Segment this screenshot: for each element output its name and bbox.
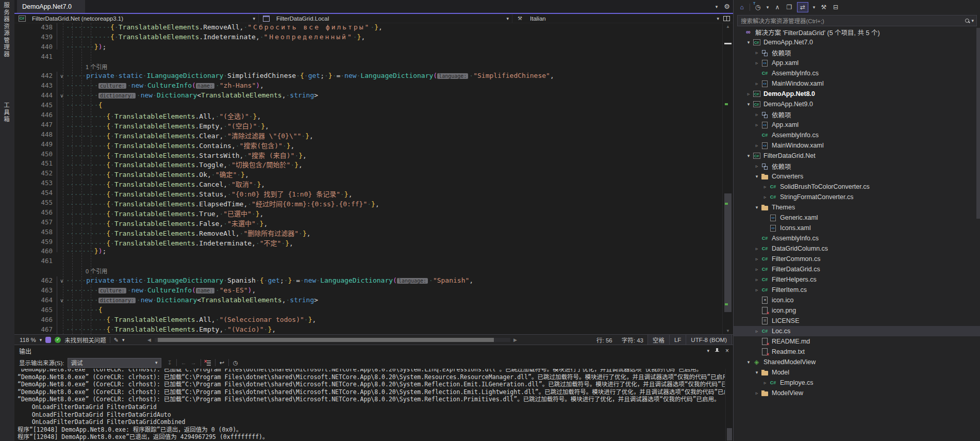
tree-expander-icon[interactable]: ▹	[753, 81, 760, 86]
sync-selection-icon[interactable]: ❐	[785, 3, 793, 12]
code-line[interactable]: 466··········{·TranslatableElements.All,…	[14, 316, 723, 325]
fold-chevron-icon[interactable]: ∨	[58, 276, 66, 286]
code-editor[interactable]: 438···········{·TranslatableElements.Rem…	[14, 23, 733, 334]
nav-member-dropdown[interactable]: Italian	[512, 14, 733, 23]
status-column[interactable]: 字符: 43	[617, 335, 648, 345]
tree-item-filteritem.cs[interactable]: ▹FilterItem.cs	[734, 285, 980, 295]
nav-project-dropdown[interactable]: FilterDataGrid.Net (netcoreapp3.1) ▾	[14, 14, 259, 23]
code-line[interactable]: 452··········{·TranslatableElements.Ok,·…	[14, 169, 723, 179]
tree-item-icon.png[interactable]: icon.png	[734, 305, 980, 316]
tree-item-demoapp.net8.0[interactable]: ▹DemoApp.Net8.0	[734, 89, 980, 99]
fold-chevron-icon[interactable]: ∨	[58, 91, 66, 101]
tree-item-filtercommon.cs[interactable]: ▹FilterCommon.cs	[734, 254, 980, 264]
pending-changes-filter-icon[interactable]: ◷T	[754, 3, 762, 12]
tree-expander-icon[interactable]: ▹	[753, 329, 760, 334]
tree-expander-icon[interactable]: ▹	[753, 267, 760, 272]
tree-item-employe.cs[interactable]: ▹Employe.cs	[734, 378, 980, 388]
prev-message-icon[interactable]: ←	[181, 360, 187, 366]
collapse-all-icon[interactable]: ∧	[773, 3, 782, 12]
code-line[interactable]: 450··········{·TranslatableElements.Star…	[14, 150, 723, 160]
pin-icon[interactable]	[715, 348, 720, 354]
code-line[interactable]: 445········{	[14, 101, 723, 111]
tree-item-mainwindow.xaml[interactable]: ▹MainWindow.xaml	[734, 140, 980, 151]
scope-views-icon[interactable]: ⌂	[738, 3, 746, 12]
tree-expander-icon[interactable]: ▹	[761, 184, 769, 189]
tree-item-sharedmodelview[interactable]: ▾SharedModelView	[734, 357, 980, 367]
code-line[interactable]: 441	[14, 53, 723, 62]
tree-item--[interactable]: ▹依赖项	[734, 109, 980, 120]
scroll-thumb[interactable]	[724, 193, 732, 312]
tree-expander-icon[interactable]: ▹	[753, 50, 760, 55]
tree-expander-icon[interactable]: ▹	[753, 256, 760, 262]
tree-item-app.xaml[interactable]: ▹App.xaml	[734, 120, 980, 130]
solution-explorer-scrollbar[interactable]	[976, 28, 980, 437]
tree-item-demoapp.net7.0[interactable]: ▾DemoApp.Net7.0	[734, 37, 980, 47]
tree-item-datagridcolumn.cs[interactable]: ▹DataGridColumn.cs	[734, 243, 980, 254]
code-line[interactable]: 442∨·····private·static·ILanguageDiction…	[14, 72, 723, 81]
tree-expander-icon[interactable]: ▹	[753, 287, 760, 292]
tree-item-generic.xaml[interactable]: Generic.xaml	[734, 213, 980, 223]
tree-item-solidbrushtocolorconverter.cs[interactable]: ▹SolidBrushToColorConverter.cs	[734, 182, 980, 192]
output-source-select[interactable]: 调试 ▾	[68, 358, 161, 368]
zoom-caret-icon[interactable]: ▾	[40, 337, 42, 342]
code-line[interactable]: 460·······});	[14, 247, 723, 257]
tree-item-filterdatagrid.cs[interactable]: ▹FilterDataGrid.cs	[734, 264, 980, 274]
timestamp-icon[interactable]: ◷	[233, 360, 238, 366]
code-line[interactable]: 448··········{·TranslatableElements.Clea…	[14, 130, 723, 140]
hscroll-thumb[interactable]	[158, 338, 494, 342]
sidebar-tab-toolbox[interactable]: 工具箱	[2, 102, 10, 123]
tree-item-themes[interactable]: ▾Themes	[734, 202, 980, 213]
codelens-references[interactable]: 1 个引用	[86, 62, 107, 72]
tree-item-readme.txt[interactable]: Readme.txt	[734, 347, 980, 357]
tree-item-loc.cs[interactable]: ▹Loc.cs	[734, 326, 980, 336]
split-editor-icon[interactable]	[723, 16, 730, 21]
tree-expander-icon[interactable]: ▹	[753, 246, 760, 251]
close-icon[interactable]: ×	[725, 347, 729, 354]
nav-member-caret-icon[interactable]: ▾	[717, 16, 719, 21]
filter-caret-icon[interactable]: ▾	[766, 3, 770, 12]
code-line[interactable]: 456··········{·TranslatableElements.True…	[14, 208, 723, 218]
tree-item-assemblyinfo.cs[interactable]: AssemblyInfo.cs	[734, 130, 980, 140]
tree-item-icons.xaml[interactable]: Icons.xaml	[734, 223, 980, 233]
tab-settings-gear-icon[interactable]: ⚙	[724, 3, 730, 10]
code-line[interactable]: 457··········{·TranslatableElements.Fals…	[14, 218, 723, 228]
document-health-icon[interactable]	[45, 337, 51, 343]
tree-item-mainwindow.xaml[interactable]: ▹MainWindow.xaml	[734, 78, 980, 89]
clear-all-icon[interactable]	[205, 360, 211, 366]
editor-vertical-scrollbar[interactable]: ▲ ▼	[722, 23, 733, 334]
hscroll-left-icon[interactable]: ◀	[147, 337, 151, 342]
document-tab-active[interactable]: DemoApp.Net7.0	[17, 0, 85, 13]
tree-item-license[interactable]: LICENSE	[734, 316, 980, 326]
tree-item-assemblyinfo.cs[interactable]: AssemblyInfo.cs	[734, 233, 980, 243]
code-line[interactable]: 449··········{·TranslatableElements.Cont…	[14, 140, 723, 150]
tree-item-filterhelpers.cs[interactable]: ▹FilterHelpers.cs	[734, 274, 980, 285]
window-position-caret-icon[interactable]: ▾	[707, 348, 709, 353]
output-console[interactable]: “DemoApp.Net8.0.exe” (CoreCLR: clrhost):…	[14, 369, 725, 441]
preview-selected-icon[interactable]: ⊟	[832, 3, 840, 12]
codelens-references[interactable]: 0 个引用	[86, 267, 107, 276]
tree-expander-icon[interactable]: ▹	[745, 91, 752, 96]
tree-item-filterdatagrid.net[interactable]: ▾FilterDataGrid.Net	[734, 151, 980, 161]
code-line[interactable]: 447··········{·TranslatableElements.Empt…	[14, 121, 723, 130]
tree-item-modelview[interactable]: ▹ModelView	[734, 388, 980, 398]
code-line[interactable]: 464∨········dictionary:·new·Dictionary<T…	[14, 296, 723, 306]
tree-expander-icon[interactable]: ▾	[745, 153, 752, 158]
tree-item-readme.md[interactable]: README.md	[734, 336, 980, 347]
code-line[interactable]: 439···········{·TranslatableElements.Ind…	[14, 33, 723, 43]
fold-chevron-icon[interactable]: ∨	[58, 72, 66, 81]
search-options-caret-icon[interactable]: ▾	[971, 18, 974, 23]
code-line[interactable]: 465········{	[14, 306, 723, 316]
tree-expander-icon[interactable]: ▹	[753, 143, 760, 148]
tree-item--[interactable]: ▹依赖项	[734, 47, 980, 58]
code-line[interactable]: 459··········{·TranslatableElements.Inde…	[14, 238, 723, 248]
zoom-level[interactable]: 118 %	[20, 337, 36, 343]
status-line[interactable]: 行: 56	[592, 335, 617, 345]
tree-item-converters[interactable]: ▾Converters	[734, 171, 980, 182]
code-cleanup-icon[interactable]: ✎	[114, 337, 119, 344]
tree-expander-icon[interactable]: ▹	[753, 122, 760, 127]
code-line[interactable]: 453··········{·TranslatableElements.Canc…	[14, 179, 723, 189]
tree-item-stringformatconverter.cs[interactable]: ▹StringFormatConverter.cs	[734, 192, 980, 202]
code-line[interactable]: 446··········{·TranslatableElements.All,…	[14, 111, 723, 121]
tree-expander-icon[interactable]: ▾	[753, 174, 760, 179]
scroll-up-icon[interactable]: ▲	[723, 24, 733, 29]
